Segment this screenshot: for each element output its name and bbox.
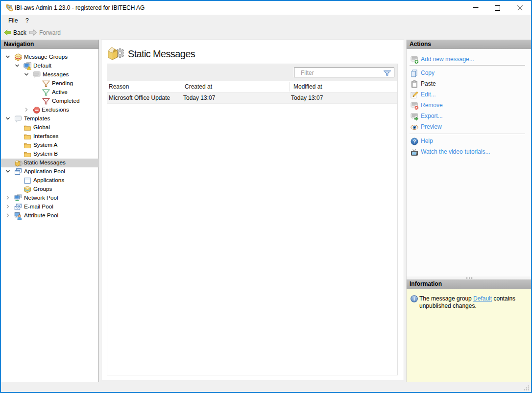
svg-text:?: ? (413, 139, 416, 144)
